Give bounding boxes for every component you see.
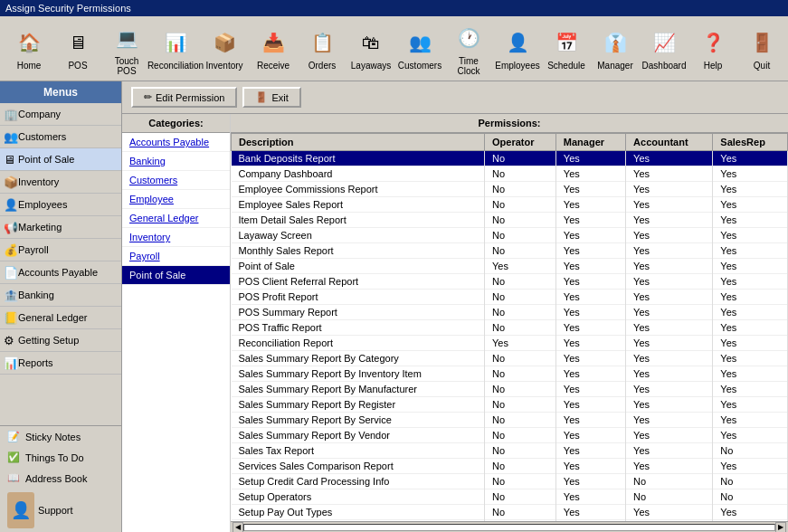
cell-manager-11: Yes — [555, 320, 625, 336]
toolbar-item-dashboard[interactable]: Dashboard — [641, 24, 688, 72]
cell-salesrep-6: Yes — [713, 243, 788, 259]
scroll-left-arrow[interactable]: ◀ — [233, 522, 243, 533]
permissions-table: DescriptionOperatorManagerAccountantSale… — [231, 133, 788, 521]
cell-accountant-7: Yes — [626, 259, 713, 274]
toolbar-item-manager[interactable]: Manager — [592, 24, 639, 72]
sidebar-bottom-item-things-to-do[interactable]: Things To Do — [0, 447, 121, 468]
sidebar-item-accounts-payable[interactable]: Accounts Payable — [0, 261, 121, 284]
sidebar-item-company[interactable]: Company — [0, 103, 121, 126]
cell-salesrep-11: Yes — [713, 320, 788, 336]
table-row[interactable]: Company DashboardNoYesYesYes — [232, 166, 788, 182]
table-row[interactable]: Sales Summary Report By CategoryNoYesYes… — [232, 351, 788, 366]
table-row[interactable]: Layaway ScreenNoYesYesYes — [232, 228, 788, 243]
cell-operator-4: No — [485, 213, 556, 228]
table-row[interactable]: POS Traffic ReportNoYesYesYes — [232, 320, 788, 336]
cell-description-15: Sales Summary Report By Manufacturer — [232, 382, 485, 397]
category-item-customers[interactable]: Customers — [122, 171, 230, 190]
cell-description-12: Reconciliation Report — [232, 336, 485, 351]
sidebar-item-marketing[interactable]: Marketing — [0, 216, 121, 239]
cell-manager-6: Yes — [555, 243, 625, 259]
table-row[interactable]: Sales Tax ReportNoYesYesNo — [232, 443, 788, 459]
horizontal-scrollbar[interactable] — [243, 524, 775, 531]
banking-icon — [4, 289, 18, 302]
sidebar-item-employees[interactable]: Employees — [0, 194, 121, 216]
scroll-right-arrow[interactable]: ▶ — [775, 522, 786, 533]
sidebar-item-getting-setup[interactable]: Getting Setup — [0, 329, 121, 352]
cell-operator-0: No — [485, 151, 556, 166]
sidebar-item-reports[interactable]: Reports — [0, 352, 121, 375]
table-row[interactable]: Sales Summary Report By Inventory ItemNo… — [232, 366, 788, 382]
category-item-accounts-payable[interactable]: Accounts Payable — [122, 133, 230, 152]
table-row[interactable]: POS Client Referral ReportNoYesYesYes — [232, 274, 788, 290]
layaways-icon — [355, 26, 387, 59]
cell-manager-4: Yes — [555, 213, 625, 228]
table-row[interactable]: Sales Summary Report By ManufacturerNoYe… — [232, 382, 788, 397]
sidebar-item-payroll[interactable]: Payroll — [0, 239, 121, 261]
table-row[interactable]: Services Sales Comparison ReportNoYesYes… — [232, 459, 788, 474]
sidebar-item-customers[interactable]: Customers — [0, 126, 121, 148]
table-row[interactable]: POS Summary ReportNoYesYesYes — [232, 305, 788, 320]
table-row[interactable]: Setup Credit Card Processing InfoNoYesNo… — [232, 474, 788, 489]
table-row[interactable]: Setup OperatorsNoYesNoNo — [232, 489, 788, 505]
toolbar-item-orders[interactable]: Orders — [299, 24, 346, 72]
category-item-inventory[interactable]: Inventory — [122, 228, 230, 247]
table-row[interactable]: Sales Summary Report By VendorNoYesYesYe… — [232, 428, 788, 443]
home-icon — [13, 26, 45, 59]
employees-icon — [501, 26, 534, 59]
category-item-point-of-sale[interactable]: Point of Sale — [122, 266, 230, 285]
customers-icon — [403, 26, 436, 59]
table-row[interactable]: Item Detail Sales ReportNoYesYesYes — [232, 213, 788, 228]
sidebar-item-inventory[interactable]: Inventory — [0, 171, 121, 194]
toolbar-item-reconciliation[interactable]: Reconciliation — [152, 24, 199, 72]
table-row[interactable]: Sales Summary Report By RegisterNoYesYes… — [232, 397, 788, 413]
sidebar-item-point-of-sale[interactable]: Point of Sale — [0, 148, 121, 171]
table-row[interactable]: Point of SaleYesYesYesYes — [232, 259, 788, 274]
exit-button[interactable]: Exit — [242, 87, 300, 108]
table-row[interactable]: Employee Sales ReportNoYesYesYes — [232, 197, 788, 213]
toolbar-item-employees[interactable]: Employees — [494, 24, 541, 72]
toolbar-item-touch-pos[interactable]: Touch POS — [103, 20, 150, 78]
cell-operator-22: No — [485, 489, 556, 505]
table-row[interactable]: Reconciliation ReportYesYesYesYes — [232, 336, 788, 351]
toolbar-item-home[interactable]: Home — [5, 24, 52, 72]
horizontal-scrollbar-area: ◀ ▶ — [231, 521, 788, 532]
toolbar-item-quit[interactable]: Quit — [738, 24, 785, 72]
category-item-banking[interactable]: Banking — [122, 152, 230, 171]
sidebar-item-general-ledger[interactable]: General Ledger — [0, 307, 121, 329]
sidebar-bottom-item-sticky-notes[interactable]: Sticky Notes — [0, 426, 121, 447]
general-ledger-icon — [4, 311, 18, 325]
cell-manager-13: Yes — [555, 351, 625, 366]
table-row[interactable]: POS Profit ReportNoYesYesYes — [232, 290, 788, 305]
cell-salesrep-9: Yes — [713, 290, 788, 305]
toolbar-item-receive[interactable]: Receive — [250, 24, 297, 72]
toolbar-item-pos[interactable]: POS — [54, 24, 101, 72]
permissions-table-container[interactable]: DescriptionOperatorManagerAccountantSale… — [231, 133, 788, 521]
toolbar-item-schedule[interactable]: Schedule — [543, 24, 590, 72]
company-icon — [4, 108, 18, 121]
toolbar-item-help[interactable]: Help — [689, 24, 736, 72]
cell-salesrep-10: Yes — [713, 305, 788, 320]
cell-description-20: Services Sales Comparison Report — [232, 459, 485, 474]
category-item-payroll[interactable]: Payroll — [122, 247, 230, 266]
toolbar-label-pos: POS — [68, 61, 87, 71]
cell-manager-0: Yes — [555, 151, 625, 166]
table-row[interactable]: Bank Deposits ReportNoYesYesYes — [232, 151, 788, 166]
toolbar-item-customers[interactable]: Customers — [396, 24, 443, 72]
table-row[interactable]: Monthly Sales ReportNoYesYesYes — [232, 243, 788, 259]
category-item-employee[interactable]: Employee — [122, 190, 230, 209]
table-row[interactable]: Setup Pay Out TypesNoYesYesYes — [232, 505, 788, 520]
toolbar-item-inventory[interactable]: Inventory — [201, 24, 248, 72]
cell-accountant-22: No — [626, 489, 713, 505]
cell-manager-12: Yes — [555, 336, 625, 351]
category-item-general-ledger[interactable]: General Ledger — [122, 209, 230, 228]
table-row[interactable]: Employee Commissions ReportNoYesYesYes — [232, 182, 788, 197]
col-header-accountant: Accountant — [626, 134, 713, 151]
toolbar-item-time-clock[interactable]: Time Clock — [445, 20, 492, 78]
table-row[interactable]: Sales Summary Report By ServiceNoYesYesY… — [232, 413, 788, 428]
toolbar-label-schedule: Schedule — [547, 61, 585, 71]
edit-permission-button[interactable]: Edit Permission — [131, 87, 237, 108]
toolbar-item-layaways[interactable]: Layaways — [347, 24, 394, 72]
sidebar-item-banking[interactable]: Banking — [0, 284, 121, 307]
things-to-do-icon — [7, 451, 20, 463]
sidebar-bottom-item-address-book[interactable]: Address Book — [0, 468, 121, 489]
